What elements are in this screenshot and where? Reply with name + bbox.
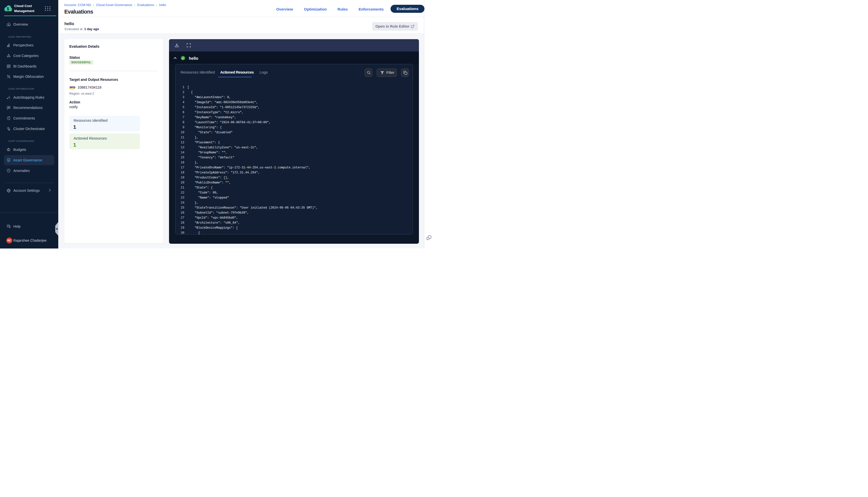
svg-text:$: $: [7, 7, 9, 11]
svg-text:$: $: [8, 149, 9, 151]
svg-text:$: $: [8, 159, 9, 161]
svg-text:?: ?: [8, 225, 9, 226]
